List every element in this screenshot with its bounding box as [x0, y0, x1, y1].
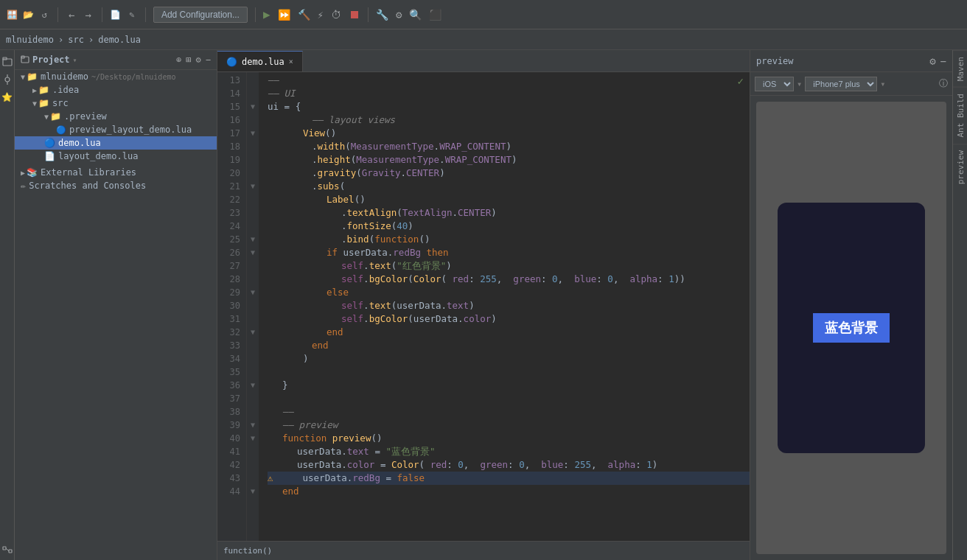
sidebar-item-idea[interactable]: ▶ 📁 .idea	[15, 83, 217, 97]
run-icon[interactable]: ▶	[263, 7, 270, 21]
code-line-40[interactable]: function preview()	[268, 432, 750, 445]
code-line-33[interactable]: end	[268, 339, 750, 352]
preview-title: preview	[756, 56, 794, 66]
fold-16	[247, 113, 259, 127]
device-dropdown-icon[interactable]: ▾	[880, 79, 885, 89]
bottom-func: function()	[223, 546, 272, 556]
code-line-19[interactable]: .height(MeasurementType.WRAP_CONTENT)	[268, 153, 750, 167]
breadcrumb-project[interactable]: mlnuidemo	[6, 35, 54, 45]
sidebar-item-layout-demo[interactable]: 📄 layout_demo.lua	[15, 150, 217, 163]
code-line-43[interactable]: ⚠ userData.redBg = false	[268, 472, 750, 485]
code-line-24[interactable]: .fontSize(40)	[268, 220, 750, 233]
add-config-button[interactable]: Add Configuration...	[153, 7, 248, 23]
breadcrumb-file[interactable]: demo.lua	[98, 35, 141, 45]
preview-gear-icon[interactable]: ⚙	[929, 55, 935, 67]
fold-44[interactable]: ▼	[247, 485, 259, 498]
commit-icon[interactable]	[1, 74, 13, 85]
code-line-22[interactable]: Label()	[268, 193, 750, 206]
tab-close-btn[interactable]: ×	[289, 57, 293, 66]
code-line-18[interactable]: .width(MeasurementType.WRAP_CONTENT)	[268, 140, 750, 153]
project-dropdown[interactable]: ▾	[73, 56, 77, 64]
structure-icon[interactable]	[1, 545, 13, 557]
sidebar-item-demo[interactable]: 🔵 demo.lua	[15, 136, 217, 150]
fold-32[interactable]: ▼	[247, 326, 259, 339]
fold-36[interactable]: ▼	[247, 379, 259, 392]
fold-39[interactable]: ▼	[247, 419, 259, 432]
code-line-38[interactable]: ——	[268, 405, 750, 419]
code-line-28[interactable]: self.bgColor(Color( red: 255, green: 0, …	[268, 273, 750, 286]
tree-root[interactable]: ▼ 📁 mlnuidemo ~/Desktop/mlnuidemo	[15, 70, 217, 83]
fold-26[interactable]: ▼	[247, 246, 259, 259]
fold-29[interactable]: ▼	[247, 286, 259, 299]
code-line-42[interactable]: userData.color = Color( red: 0, green: 0…	[268, 458, 750, 472]
code-line-39[interactable]: —— preview	[268, 419, 750, 432]
fold-41	[247, 445, 259, 458]
code-line-15[interactable]: ui = {	[268, 100, 750, 113]
tab-demo-lua[interactable]: 🔵 demo.lua ×	[217, 51, 303, 71]
device-select[interactable]: iPhone7 plus	[805, 77, 877, 91]
code-line-36[interactable]: }	[268, 379, 750, 392]
stop-icon[interactable]: ⏹	[349, 7, 360, 21]
module-icon[interactable]: ⚙	[396, 9, 402, 21]
code-line-13[interactable]: ——	[268, 74, 750, 87]
build-icon[interactable]: 🔨	[298, 9, 310, 21]
code-line-35[interactable]	[268, 365, 750, 379]
right-tool-ant[interactable]: Ant Build	[953, 87, 967, 144]
sidebar-layout-icon[interactable]: ⊞	[186, 55, 191, 65]
sidebar-item-external-libs[interactable]: ▶ 📚 External Libraries	[15, 166, 217, 179]
code-line-44[interactable]: end	[268, 485, 750, 498]
fold-40[interactable]: ▼	[247, 432, 259, 445]
preview-minus-icon[interactable]: −	[940, 55, 946, 67]
profile-icon[interactable]: ⏱	[331, 9, 341, 21]
breadcrumb-folder[interactable]: src	[68, 35, 84, 45]
step-icon[interactable]: ⏩	[278, 9, 290, 21]
code-line-34[interactable]: )	[268, 352, 750, 365]
code-line-29[interactable]: else	[268, 286, 750, 299]
sidebar-close-icon[interactable]: −	[206, 55, 211, 65]
terminal-icon-tb[interactable]: ⬛	[429, 9, 441, 21]
patch-icon[interactable]: 🔧	[376, 9, 388, 21]
code-line-16[interactable]: —— layout views	[268, 113, 750, 127]
refresh-icon[interactable]: ↺	[38, 9, 50, 21]
sidebar-item-preview-layout[interactable]: 🔵 preview_layout_demo.lua	[15, 123, 217, 136]
code-line-25[interactable]: .bind(function()	[268, 233, 750, 246]
right-tool-preview[interactable]: preview	[953, 144, 967, 190]
preview-info-icon[interactable]: ⓘ	[939, 77, 948, 90]
project-icon[interactable]	[1, 56, 13, 68]
code-line-41[interactable]: userData.text = "蓝色背景"	[268, 445, 750, 458]
right-tool-maven[interactable]: Maven	[953, 50, 967, 87]
code-line-37[interactable]	[268, 392, 750, 405]
search-icon[interactable]: 🔍	[409, 9, 422, 21]
right-tools: Maven Ant Build preview	[952, 50, 967, 560]
sidebar-gear-icon[interactable]: ⊕	[176, 55, 181, 65]
code-line-30[interactable]: self.text(userData.text)	[268, 299, 750, 312]
code-editor[interactable]: —— —— UI ui = { —— layout views View() .…	[259, 72, 750, 541]
sidebar-settings-icon[interactable]: ⚙	[196, 55, 201, 65]
fold-21[interactable]: ▼	[247, 180, 259, 193]
fold-18	[247, 140, 259, 153]
sidebar-item-preview[interactable]: ▼ 📁 .preview	[15, 110, 217, 123]
coverage-icon[interactable]: ⚡	[318, 9, 324, 21]
forward-btn[interactable]: →	[82, 7, 94, 22]
code-line-23[interactable]: .textAlign(TextAlign.CENTER)	[268, 206, 750, 220]
code-line-14[interactable]: —— UI	[268, 87, 750, 100]
code-line-27[interactable]: self.text("红色背景")	[268, 259, 750, 273]
code-line-26[interactable]: if userData.redBg then	[268, 246, 750, 259]
line-num: 29	[217, 286, 240, 299]
code-line-32[interactable]: end	[268, 326, 750, 339]
code-line-17[interactable]: View()	[268, 127, 750, 140]
sidebar-item-scratches[interactable]: ✏️ Scratches and Consoles	[15, 179, 217, 192]
code-line-21[interactable]: .subs(	[268, 180, 750, 193]
code-line-20[interactable]: .gravity(Gravity.CENTER)	[268, 167, 750, 180]
os-dropdown-icon[interactable]: ▾	[797, 79, 802, 89]
line-num: 40	[217, 432, 240, 445]
os-select[interactable]: iOS	[755, 77, 794, 91]
bookmark-icon[interactable]: ⭐	[1, 91, 13, 103]
fold-17[interactable]: ▼	[247, 127, 259, 140]
fold-25[interactable]: ▼	[247, 233, 259, 246]
svg-line-7	[6, 548, 9, 551]
code-line-31[interactable]: self.bgColor(userData.color)	[268, 312, 750, 326]
fold-15[interactable]: ▼	[247, 100, 259, 113]
sidebar-item-src[interactable]: ▼ 📁 src	[15, 97, 217, 110]
back-btn[interactable]: ←	[66, 7, 77, 22]
